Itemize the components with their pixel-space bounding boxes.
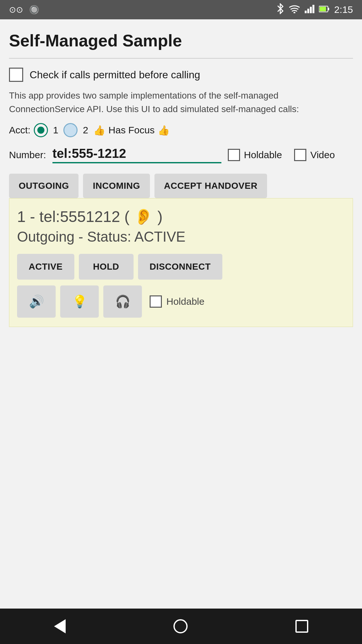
call-card: 1 - tel:5551212 ( 👂 ) Outgoing - Status:… [9,198,353,327]
active-button[interactable]: ACTIVE [17,254,74,280]
speaker-icon: 🔊 [29,294,44,309]
video-checkbox[interactable] [294,149,306,161]
acct-row: Acct: 1 2 👍 Has Focus 👍 [9,123,353,137]
status-time: 2:15 [334,4,353,15]
status-bar-left-icons: ⊙⊙ 🔘 [9,5,39,15]
battery-icon [319,5,330,15]
recents-icon [295,620,308,633]
holdable-checkbox[interactable] [228,149,240,161]
has-focus-label: Has Focus [108,125,154,136]
bulb-button[interactable]: 💡 [60,285,99,318]
speaker-button[interactable]: 🔊 [17,285,56,318]
outgoing-button[interactable]: OUTGOING [9,174,79,198]
call-icon-row: 🔊 💡 🎧 Holdable [17,285,345,318]
video-checkbox-row[interactable]: Video [294,149,335,161]
svg-rect-4 [312,5,314,13]
headphones-button[interactable]: 🎧 [103,285,142,318]
number-input[interactable] [52,146,221,163]
svg-rect-7 [320,7,326,11]
home-button[interactable] [173,619,188,633]
acct-prefix: Acct: [9,125,31,136]
holdable-checkbox-row[interactable]: Holdable [228,149,282,161]
focus-thumbs-up-icon: 👍 [158,125,170,136]
navigation-bar [0,609,362,644]
back-button[interactable] [54,619,66,633]
recents-button[interactable] [295,620,308,633]
call-holdable-row[interactable]: Holdable [150,295,204,308]
calls-permitted-checkbox-row[interactable]: Check if calls permitted before calling [9,68,353,82]
acct2-radio[interactable] [63,123,78,137]
app-title: Self-Managed Sample [9,31,353,50]
app-content: Self-Managed Sample Check if calls permi… [0,19,362,609]
video-label: Video [310,149,335,160]
accept-handover-button[interactable]: ACCEPT HANDOVER [154,174,267,198]
status-bar: ⊙⊙ 🔘 [0,0,362,19]
number-label: Number: [9,149,46,160]
calls-permitted-label: Check if calls permitted before calling [30,69,200,81]
svg-rect-3 [310,7,312,13]
signal-icon [305,4,314,15]
svg-rect-6 [328,8,329,10]
call-status: Outgoing - Status: ACTIVE [17,229,345,245]
acct1-radio[interactable] [34,123,48,137]
incoming-button[interactable]: INCOMING [83,174,150,198]
number-row: Number: Holdable Video [9,146,353,163]
svg-point-0 [293,12,295,13]
wifi-icon [289,4,300,15]
disconnect-button[interactable]: DISCONNECT [138,254,222,280]
acct1-label: 1 [53,125,59,136]
acct2-label: 2 [83,125,88,136]
voicemail-icon: ⊙⊙ [9,5,23,15]
svg-rect-1 [305,11,307,13]
call-title: 1 - tel:5551212 ( 👂 ) [17,207,345,226]
action-buttons-row: OUTGOING INCOMING ACCEPT HANDOVER [9,174,353,198]
svg-rect-2 [307,9,309,13]
call-holdable-checkbox[interactable] [150,295,162,308]
bluetooth-icon [277,3,284,16]
hold-button[interactable]: HOLD [79,254,134,280]
call-action-buttons-row: ACTIVE HOLD DISCONNECT [17,254,345,280]
call-holdable-label: Holdable [166,296,204,307]
back-icon [54,619,66,633]
thumbs-up-icon: 👍 [93,125,105,136]
bulb-icon: 💡 [72,294,87,309]
description-text: This app provides two sample implementat… [9,89,353,116]
holdable-label: Holdable [244,149,282,160]
title-divider [9,58,353,59]
calls-permitted-checkbox[interactable] [9,68,23,82]
home-icon [173,619,188,633]
status-bar-right-icons: 2:15 [277,3,353,16]
headphones-icon: 🎧 [115,294,130,309]
sync-icon: 🔘 [29,5,39,15]
